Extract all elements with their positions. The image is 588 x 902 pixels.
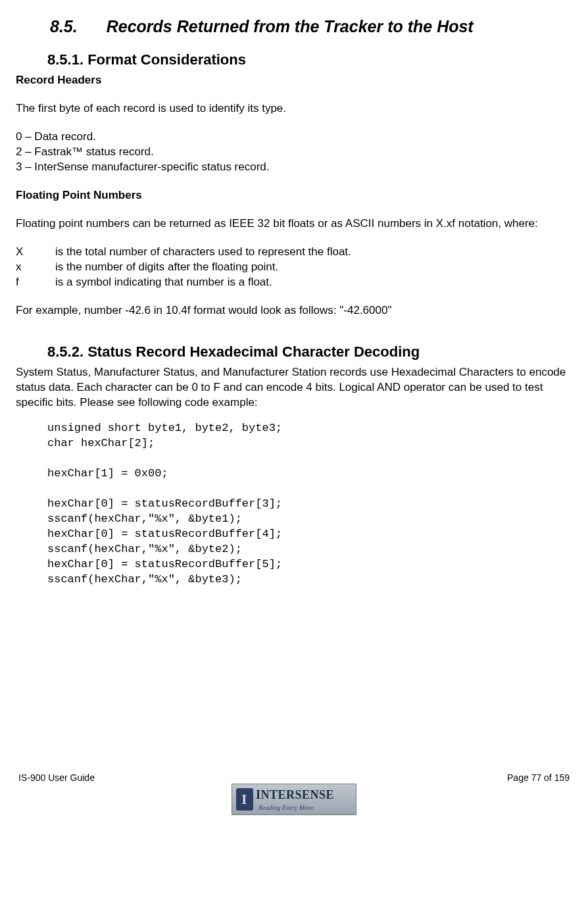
- subsection-2-heading: 8.5.2. Status Record Hexadecimal Charact…: [47, 342, 572, 362]
- floating-point-heading: Floating Point Numbers: [16, 188, 572, 203]
- subsection-1-number: 8.5.1.: [47, 51, 84, 68]
- logo-icon: [236, 788, 253, 811]
- code-example: unsigned short byte1, byte2, byte3; char…: [47, 421, 572, 587]
- logo-main-text: INTERSENSE: [256, 787, 334, 803]
- float-example-paragraph: For example, number -42.6 in 10.4f forma…: [16, 303, 572, 318]
- float-intro-paragraph: Floating point numbers can be returned a…: [16, 216, 572, 232]
- subsection-2-number: 8.5.2.: [47, 343, 84, 360]
- section-title-text: Records Returned from the Tracker to the…: [107, 17, 474, 36]
- intersense-logo: INTERSENSE Reading Every Move: [232, 784, 356, 815]
- page-footer: IS-900 User Guide Page 77 of 159: [16, 772, 572, 784]
- type-3: 3 – InterSense manufacturer-specific sta…: [16, 160, 572, 175]
- subsection-1-heading: 8.5.1. Format Considerations: [47, 50, 572, 70]
- subsection-2-title: Status Record Hexadecimal Character Deco…: [87, 343, 420, 360]
- record-headers-heading: Record Headers: [16, 73, 572, 88]
- section-heading: 8.5.Records Returned from the Tracker to…: [50, 16, 572, 38]
- first-byte-paragraph: The first byte of each record is used to…: [16, 101, 572, 116]
- type-2: 2 – Fastrak™ status record.: [16, 145, 572, 160]
- def-row-f: f is a symbol indicating that number is …: [16, 275, 572, 290]
- def-sym-f: f: [16, 275, 55, 290]
- subsection-1-title: Format Considerations: [87, 51, 246, 68]
- section-number: 8.5.: [50, 16, 78, 38]
- def-sym-X: X: [16, 245, 55, 260]
- footer-right: Page 77 of 159: [507, 772, 570, 784]
- hex-intro-paragraph: System Status, Manufacturer Status, and …: [16, 365, 572, 411]
- def-txt-x: is the number of digits after the floati…: [55, 260, 278, 275]
- def-sym-x: x: [16, 260, 55, 275]
- def-row-X: X is the total number of characters used…: [16, 245, 572, 260]
- def-row-x: x is the number of digits after the floa…: [16, 260, 572, 275]
- footer-left: IS-900 User Guide: [18, 772, 95, 784]
- logo-sub-text: Reading Every Move: [258, 803, 314, 813]
- def-txt-f: is a symbol indicating that number is a …: [55, 275, 272, 290]
- type-0: 0 – Data record.: [16, 130, 572, 145]
- def-txt-X: is the total number of characters used t…: [55, 245, 351, 260]
